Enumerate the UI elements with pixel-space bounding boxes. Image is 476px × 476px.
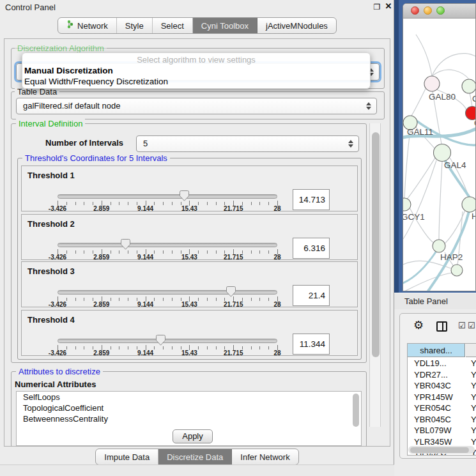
column-layout-icon[interactable] — [436, 321, 447, 332]
table-cell[interactable]: YBR0 — [471, 414, 476, 425]
column-header[interactable]: name — [466, 344, 476, 357]
list-scrollbar-thumb[interactable] — [353, 394, 359, 427]
slider-thumb[interactable] — [180, 190, 189, 201]
slider-tick-label: 2.859 — [88, 301, 116, 308]
table-cell[interactable]: YER0 — [471, 403, 476, 413]
slider-tick — [242, 250, 243, 254]
network-edge — [432, 54, 476, 76]
list-item[interactable]: SelfLoops — [17, 392, 361, 403]
list-item[interactable]: BetweennessCentrality — [17, 413, 361, 424]
minimize-window-icon[interactable] — [424, 6, 432, 15]
threshold-value-field[interactable]: 11.344 — [293, 334, 330, 355]
algorithm-option[interactable]: Manual Discretization — [24, 66, 113, 75]
tab-infer-network[interactable]: Infer Network — [232, 449, 298, 464]
network-node[interactable] — [462, 197, 476, 212]
node-label: GAL4 — [444, 160, 466, 170]
slider-tick-label: 9.144 — [132, 254, 160, 261]
control-panel-title: Control Panel — [5, 3, 56, 12]
slider-tick — [154, 298, 155, 301]
table-cell[interactable]: YBR0 — [471, 380, 476, 391]
tab-select[interactable]: Select — [153, 18, 193, 33]
threshold-value-field[interactable]: 21.4 — [293, 285, 330, 306]
table-horizontal-scrollbar[interactable] — [408, 446, 475, 454]
slider-tick — [84, 250, 84, 254]
scrollbar-thumb[interactable] — [410, 447, 469, 453]
list-item[interactable]: TopologicalCoefficient — [17, 403, 361, 413]
table-cell[interactable]: YDR27... — [414, 369, 448, 380]
slider-tick — [172, 298, 173, 301]
checkbox-icon[interactable]: ☑ — [458, 321, 466, 330]
tab-jactivemnodules[interactable]: jActiveMNodules — [257, 18, 336, 33]
table-cell[interactable]: YBL0 — [471, 425, 476, 436]
slider-track[interactable] — [58, 243, 277, 247]
slider-track[interactable] — [58, 339, 277, 343]
table-cell[interactable]: YLR3 — [471, 436, 476, 447]
network-node[interactable] — [403, 198, 411, 211]
apply-button[interactable]: Apply — [173, 429, 213, 443]
threshold-box: Threshold 1-3.4262.8599.14415.4321.71528… — [21, 165, 358, 211]
table-cell[interactable]: YER054C — [414, 403, 451, 413]
network-node[interactable] — [424, 76, 440, 91]
tab-network[interactable]: Network — [58, 18, 117, 33]
control-panel-titlebar: Control Panel ❐ ✕ — [0, 0, 394, 14]
network-node[interactable] — [451, 265, 463, 276]
slider-tick — [242, 346, 243, 349]
table-data-combo[interactable]: galFiltered.sif default node — [16, 98, 377, 114]
cyni-toolbox-panel: Discretization Algorithm Table Data galF… — [4, 38, 390, 447]
slider-tick — [251, 250, 252, 254]
tab-impute-data[interactable]: Impute Data — [96, 449, 158, 464]
column-header[interactable]: shared... — [408, 344, 465, 357]
table-cell[interactable]: YDL1 — [471, 358, 476, 369]
tab-discretize-data[interactable]: Discretize Data — [158, 449, 232, 464]
table-cell[interactable]: YDR2 — [471, 369, 476, 380]
threshold-value-field[interactable]: 6.316 — [293, 238, 330, 259]
zoom-window-icon[interactable] — [436, 6, 445, 15]
algorithm-option[interactable]: Equal Width/Frequency Discretization — [24, 77, 168, 86]
float-panel-icon[interactable]: ❐ — [372, 3, 381, 12]
checkbox-icon[interactable]: ☑ — [468, 321, 475, 330]
table-cell[interactable]: YLR345W — [414, 436, 452, 447]
threshold-label: Threshold 2 — [27, 219, 75, 229]
table-cell[interactable]: YPR145W — [414, 392, 453, 403]
network-node[interactable] — [462, 79, 476, 93]
node-label: GAL11 — [407, 127, 433, 137]
slider-thumb[interactable] — [226, 286, 236, 297]
slider-tick — [163, 346, 164, 349]
network-node[interactable] — [434, 144, 451, 162]
threshold-value-field[interactable]: 14.713 — [293, 189, 330, 210]
table-cell[interactable]: YBL079W — [414, 425, 452, 436]
network-window-titlebar[interactable] — [403, 4, 475, 19]
slider-tick-label: -3.426 — [43, 254, 72, 261]
node-label: GAL80 — [429, 92, 456, 102]
table-cell[interactable]: YPR1 — [471, 392, 476, 403]
slider-tick-label: 28 — [263, 349, 291, 357]
node-label: HAP2 — [440, 252, 463, 262]
slider-track[interactable] — [58, 194, 277, 199]
network-window: GAL80GACGAL11GAL4GCY1HHAP2 — [403, 3, 476, 291]
close-panel-icon[interactable]: ✕ — [384, 2, 393, 11]
network-canvas[interactable]: GAL80GACGAL11GAL4GCY1HHAP2 — [403, 19, 476, 291]
tab-style[interactable]: Style — [117, 18, 153, 33]
tab-label: Discretize Data — [167, 449, 223, 465]
slider-tick-label: 21.715 — [219, 205, 247, 212]
slider-track[interactable] — [58, 290, 277, 295]
table-cell[interactable]: YBR043C — [414, 380, 451, 391]
number-of-intervals-value: 5 — [143, 136, 148, 151]
desktop-edge — [394, 0, 399, 293]
gear-icon[interactable]: ⚙ — [413, 319, 424, 331]
close-window-icon[interactable] — [411, 6, 419, 15]
network-node[interactable] — [433, 240, 445, 252]
scrollbar-thumb[interactable] — [372, 132, 380, 357]
slider-tick — [259, 346, 260, 349]
slider-tick-label: 9.144 — [132, 205, 160, 212]
node-label: GA — [472, 94, 476, 104]
number-of-intervals-combo[interactable]: 5 — [136, 135, 359, 152]
slider-tick — [198, 250, 199, 254]
slider-tick-label: 2.859 — [88, 205, 116, 212]
slider-thumb[interactable] — [121, 239, 130, 250]
settings-vertical-scrollbar[interactable] — [369, 123, 381, 427]
slider-thumb[interactable] — [156, 335, 165, 346]
tab-cyni-toolbox[interactable]: Cyni Toolbox — [193, 18, 257, 33]
table-cell[interactable]: YBR045C — [414, 414, 451, 425]
table-cell[interactable]: YDL19... — [414, 358, 447, 369]
